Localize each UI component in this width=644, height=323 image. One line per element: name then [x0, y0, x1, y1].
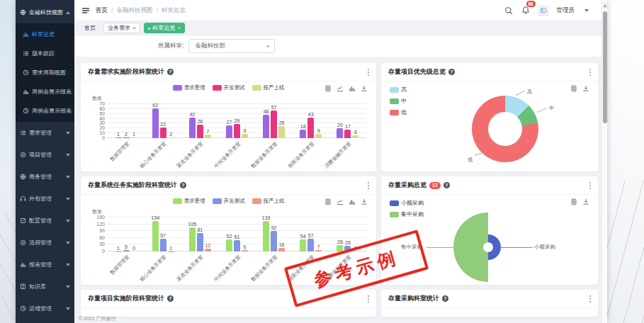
help-icon[interactable]: ? [167, 69, 174, 75]
chevron-down-icon [66, 198, 70, 200]
breadcrumb-fintech-view[interactable]: 金融科技视图 [116, 6, 152, 15]
data-view-icon[interactable] [324, 85, 332, 92]
sidebar-item[interactable]: 运维管理 [16, 298, 74, 319]
legend-item[interactable]: 开发测试 [213, 198, 245, 205]
bar-value-label: 22 [160, 122, 166, 128]
copyright-footer: © 2021 广州银行 [79, 315, 116, 322]
tab-label: 业务需求 [108, 24, 130, 32]
card-header: 存量采购总览 17 ? [381, 176, 598, 195]
download-icon[interactable] [361, 198, 368, 205]
department-select[interactable]: 金融科技部 [188, 39, 275, 53]
sidebar-item-label: 周例会展示报表-采购 [32, 107, 72, 115]
breadcrumb-home[interactable]: 首页 [96, 6, 108, 15]
more-menu-icon[interactable] [368, 185, 369, 186]
sidebar-group-fintech-view[interactable]: 金融科技视图 [16, 0, 74, 23]
notifications[interactable]: 86 [521, 4, 530, 17]
card-procurement-dept-stats: 存量采购科室统计 ? [380, 289, 599, 317]
filter-bar: 所属科室: 金融科技部 [74, 35, 607, 57]
help-icon[interactable]: ? [442, 295, 448, 302]
chevron-down-icon[interactable] [584, 9, 589, 12]
sidebar-item-active[interactable]: 科室总览 [16, 25, 74, 44]
bar-plot: 0102030405060701216222242287272994857251… [108, 104, 366, 138]
download-icon[interactable] [582, 198, 589, 205]
bar-value-label: 1 [117, 132, 120, 137]
data-view-icon[interactable] [570, 85, 577, 92]
sidebar-item[interactable]: 流程管理 [16, 232, 74, 254]
bar-value-label: 134 [151, 215, 159, 221]
sidebar-item[interactable]: 报表管理 [16, 254, 74, 276]
scroll-up-button[interactable] [603, 3, 607, 8]
line-chart-icon[interactable] [337, 85, 344, 92]
more-menu-icon[interactable] [589, 72, 591, 73]
sidebar-submenu: 科室总览版本跟踪需求周期视图周例会展示报表-项目周例会展示报表-采购 [16, 23, 74, 122]
tab-close-icon[interactable]: × [177, 26, 181, 31]
card-title: 存量项目优先级总览 [388, 67, 446, 76]
sidebar-item-sub[interactable]: 周例会展示报表-采购 [16, 101, 74, 120]
data-view-icon[interactable] [324, 198, 332, 205]
user-name[interactable]: 管理员 [557, 6, 575, 15]
sidebar-item-label: 科室总览 [32, 30, 72, 38]
legend-item[interactable]: 需求受理 [173, 198, 205, 205]
legend-item[interactable]: 集中采购 [390, 210, 424, 218]
legend-item[interactable]: 需求受理 [173, 84, 205, 91]
legend-item[interactable]: 投产上线 [252, 84, 285, 91]
breadcrumb-separator: / [111, 7, 113, 14]
legend-item[interactable]: 中 [390, 97, 407, 105]
tab-业务需求[interactable]: 业务需求× [103, 23, 140, 33]
legend-item[interactable]: 高 [390, 86, 407, 94]
pie-icon [23, 108, 29, 114]
more-menu-icon[interactable] [368, 298, 369, 300]
legend-item[interactable]: 小额采购 [390, 199, 424, 207]
tab-首页[interactable]: 首页 [80, 23, 100, 33]
tab-close-icon[interactable]: × [132, 26, 136, 31]
bar-value-label: 28 [197, 119, 203, 125]
sidebar-item[interactable]: 商务管理 [16, 166, 74, 188]
sidebar-item-sub[interactable]: 版本跟踪 [16, 44, 74, 63]
line-chart-icon[interactable] [337, 198, 344, 205]
sidebar-item[interactable]: 系统监控 [16, 319, 74, 323]
sidebar-item-label: 配置管理 [29, 217, 63, 225]
help-icon[interactable]: ? [448, 69, 455, 75]
help-icon[interactable]: ? [180, 182, 186, 188]
more-menu-icon[interactable] [368, 72, 369, 73]
bar-groups: 1216222242287272994857251843920176 [108, 104, 366, 138]
avatar[interactable] [538, 6, 548, 16]
bar-group: 27299 [218, 104, 255, 138]
sidebar-item[interactable]: 项目管理 [16, 144, 74, 166]
download-icon[interactable] [361, 85, 368, 92]
bar-group: 1058112 [181, 217, 218, 251]
legend-swatch [173, 198, 182, 204]
sidebar-item[interactable]: 需求管理 [16, 122, 74, 144]
legend-item[interactable]: 低 [390, 108, 407, 116]
tab-科室总览[interactable]: ●科室总览× [144, 23, 185, 33]
more-menu-icon[interactable] [589, 298, 591, 300]
bar-chart-icon [23, 31, 29, 38]
legend-item[interactable]: 开发测试 [213, 84, 245, 91]
more-menu-icon[interactable] [589, 185, 591, 186]
help-icon[interactable]: ? [444, 182, 450, 188]
bar-value-label: 54 [300, 234, 306, 239]
sidebar-item[interactable]: 外包管理 [16, 188, 74, 210]
bar-value-label: 2 [125, 132, 128, 137]
slice-集中采购 [453, 212, 488, 282]
download-icon[interactable] [582, 85, 589, 92]
search-icon[interactable] [504, 6, 513, 15]
card-title: 存量项目实施阶段科室统计 [88, 294, 164, 303]
sidebar-item[interactable]: 知识库 [16, 276, 74, 298]
scrollbar-thumb[interactable] [603, 11, 607, 123]
sidebar-item[interactable]: 配置管理 [16, 210, 74, 232]
bar-需求受理: 133 [263, 221, 269, 251]
hamburger-icon[interactable] [81, 6, 90, 15]
book-icon [20, 283, 26, 290]
sidebar-item-sub[interactable]: 需求周期视图 [16, 63, 74, 82]
bar-chart-icon[interactable] [349, 198, 356, 205]
bar-chart-icon[interactable] [349, 85, 356, 92]
sidebar-item-sub[interactable]: 周例会展示报表-项目 [16, 82, 74, 101]
legend-item[interactable]: 投产上线 [252, 198, 285, 205]
data-view-icon[interactable] [570, 198, 577, 205]
bar-group: 54577 [293, 217, 329, 251]
chart-toolbox [324, 198, 368, 205]
pie-slice-label: 低 [468, 157, 473, 164]
help-icon[interactable]: ? [167, 295, 174, 302]
sidebar-item-label: 需求管理 [29, 129, 63, 137]
